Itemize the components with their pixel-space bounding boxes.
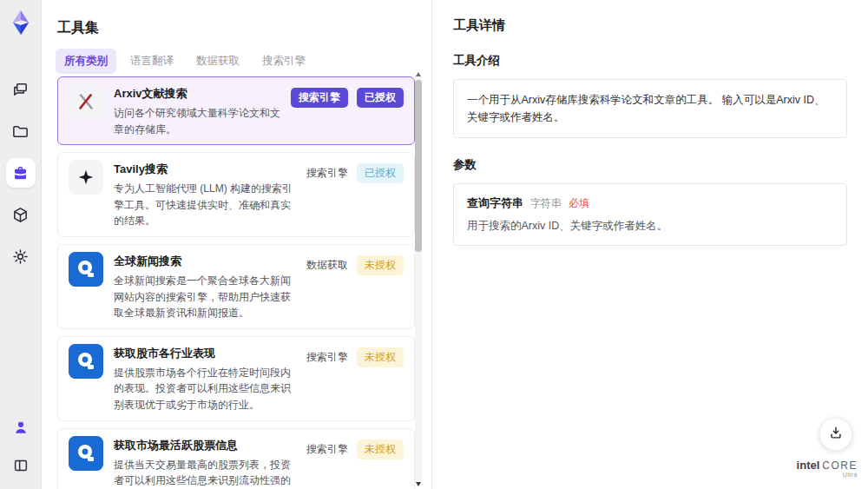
scrollbar-thumb[interactable]	[415, 80, 422, 252]
folder-icon	[11, 122, 30, 141]
tab-language-translation[interactable]: 语言翻译	[122, 49, 182, 74]
chat-icon	[11, 81, 30, 99]
sidebar-bottom	[0, 413, 41, 480]
tool-name: 获取股市各行业表现	[114, 346, 299, 361]
tool-description: 专为人工智能代理 (LLM) 构建的搜索引擎工具。可快速提供实时、准确和真实的结…	[114, 181, 299, 229]
news-search-icon	[69, 436, 103, 471]
tool-card-active-stocks[interactable]: 获取市场最活跃股票信息 提供当天交易量最高的股票列表，投资者可以利用这些信息来识…	[57, 428, 415, 489]
status-badge: 已授权	[357, 163, 404, 183]
status-badge: 未授权	[357, 255, 404, 275]
package-icon	[11, 206, 30, 224]
panel-toggle-icon	[12, 457, 30, 474]
tool-name: Arxiv文献搜索	[114, 86, 284, 102]
status-badge: 已授权	[357, 88, 404, 108]
intel-core-logo: intel core Ultra	[797, 459, 858, 479]
intro-box: 一个用于从Arxiv存储库搜索科学论文和文章的工具。 输入可以是Arxiv ID…	[453, 79, 847, 138]
news-search-icon	[69, 344, 103, 379]
arxiv-icon	[69, 84, 103, 119]
sidebar-item-chat[interactable]	[6, 75, 36, 104]
tool-card-global-news[interactable]: 全球新闻搜索 全球新闻搜索是一个聚合全球各大新闻网站内容的搜索引擎，帮助用户快速…	[57, 244, 415, 329]
param-name: 查询字符串	[467, 195, 523, 211]
category-label: 搜索引擎	[306, 166, 348, 181]
download-icon	[828, 425, 844, 444]
intro-heading: 工具介绍	[453, 53, 847, 69]
sidebar-item-settings[interactable]	[6, 241, 36, 271]
detail-title: 工具详情	[453, 17, 847, 34]
tool-name: Tavily搜索	[114, 162, 299, 177]
tool-card-arxiv[interactable]: Arxiv文献搜索 访问各个研究领域大量科学论文和文章的存储库。 搜索引擎 已授…	[57, 76, 415, 145]
tool-description: 访问各个研究领域大量科学论文和文章的存储库。	[114, 105, 284, 137]
app-logo	[5, 7, 36, 38]
sparkle-icon	[69, 160, 103, 195]
scrollbar-down-arrow[interactable]	[416, 482, 421, 486]
toolbox-icon	[11, 164, 30, 182]
params-heading: 参数	[453, 157, 847, 173]
tool-list-panel: 工具集 所有类别 语言翻译 数据获取 搜索引擎 Arxiv文献搜索 访问各个研究…	[42, 0, 431, 489]
status-badge: 未授权	[357, 347, 404, 367]
tab-data-fetch[interactable]: 数据获取	[187, 49, 248, 74]
param-required-badge: 必填	[569, 196, 589, 211]
sidebar-item-collapse[interactable]	[6, 451, 36, 480]
list-scrollbar[interactable]	[415, 75, 422, 484]
sidebar-nav	[6, 75, 36, 271]
sidebar-item-packages[interactable]	[6, 200, 36, 229]
brand-core-text: core	[822, 460, 858, 472]
intro-text: 一个用于从Arxiv存储库搜索科学论文和文章的工具。 输入可以是Arxiv ID…	[467, 91, 833, 126]
scrollbar-up-arrow[interactable]	[416, 72, 421, 76]
category-badge: 搜索引擎	[291, 88, 348, 108]
brand-intel-text: intel	[797, 459, 820, 472]
tab-search-engine[interactable]: 搜索引擎	[253, 49, 314, 74]
param-type: 字符串	[530, 196, 562, 211]
tool-list: Arxiv文献搜索 访问各个研究领域大量科学论文和文章的存储库。 搜索引擎 已授…	[57, 76, 415, 489]
page-title: 工具集	[57, 19, 99, 37]
tool-description: 提供股票市场各个行业在特定时间段内的表现。投资者可以利用这些信息来识别表现优于或…	[114, 365, 299, 413]
category-label: 搜索引擎	[306, 350, 348, 365]
sidebar-item-account[interactable]	[6, 413, 36, 442]
tool-description: 提供当天交易量最高的股票列表，投资者可以利用这些信息来识别流动性强的股票和潜在的…	[114, 457, 299, 489]
news-search-icon	[69, 252, 103, 287]
tool-card-sector-performance[interactable]: 获取股市各行业表现 提供股票市场各个行业在特定时间段内的表现。投资者可以利用这些…	[57, 336, 415, 421]
tool-detail-panel: 工具详情 工具介绍 一个用于从Arxiv存储库搜索科学论文和文章的工具。 输入可…	[431, 0, 868, 489]
gear-icon	[11, 248, 30, 266]
tool-name: 获取市场最活跃股票信息	[114, 438, 299, 453]
tool-description: 全球新闻搜索是一个聚合全球各大新闻网站内容的搜索引擎，帮助用户快速获取全球最新资…	[114, 273, 299, 321]
sidebar-item-tools[interactable]	[6, 158, 36, 188]
tool-card-tavily[interactable]: Tavily搜索 专为人工智能代理 (LLM) 构建的搜索引擎工具。可快速提供实…	[57, 152, 415, 237]
sidebar-item-files[interactable]	[6, 116, 36, 146]
left-sidebar	[0, 0, 42, 489]
user-icon	[12, 419, 30, 436]
param-description: 用于搜索的Arxiv ID、关键字或作者姓名。	[467, 219, 833, 234]
status-badge: 未授权	[357, 439, 404, 459]
category-tabs: 所有类别 语言翻译 数据获取 搜索引擎	[56, 49, 314, 74]
tool-name: 全球新闻搜索	[114, 254, 299, 269]
category-label: 搜索引擎	[306, 442, 348, 457]
param-box: 查询字符串 字符串 必填 用于搜索的Arxiv ID、关键字或作者姓名。	[453, 183, 847, 246]
brand-ultra-text: Ultra	[797, 472, 858, 479]
download-button[interactable]	[819, 418, 852, 451]
tab-all-categories[interactable]: 所有类别	[56, 49, 116, 74]
category-label: 数据获取	[306, 258, 348, 273]
